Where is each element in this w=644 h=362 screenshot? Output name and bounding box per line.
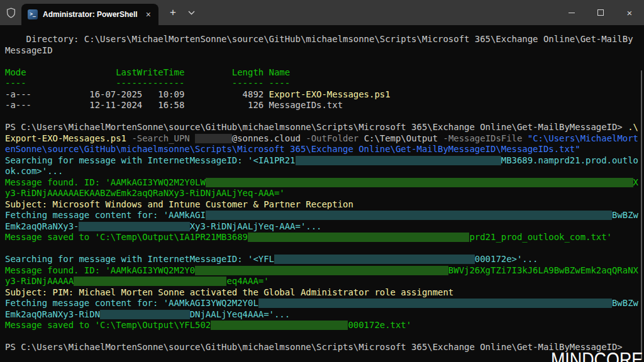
powershell-icon: >_ (28, 9, 38, 19)
terminal-line: -a--- 12-11-2024 16:58 126 MessageIDs.tx… (5, 100, 644, 111)
terminal-text: BWVj26XgTZi7I3kJ6LA9BwBZwEmk2aqQRaNX (448, 265, 638, 275)
terminal-text: Export-EXO-Messages.ps1 (269, 89, 391, 99)
minimize-icon (569, 13, 575, 13)
terminal-text: y3-RiDNjAAAAA (5, 276, 74, 286)
terminal-text: DNjAALjYeq4AAA='... (190, 309, 290, 319)
watermark: MINDCORE (551, 354, 643, 362)
terminal-text: Fetching message content for: 'AAMkAGI (5, 210, 206, 220)
terminal-line: enSonne\source\GitHub\michaelmsonne\Scri… (5, 144, 644, 155)
terminal-text: PS C:\Users\MichaelMortenSonne\source\Gi… (5, 122, 628, 132)
terminal-line: -a--- 16-07-2025 10:09 4892 Export-EXO-M… (5, 89, 644, 101)
terminal-line: Message found. ID: 'AAMkAGI3YWQ2M2Y0LWX (5, 177, 644, 189)
terminal-text: Mode LastWriteTime Length Name (5, 67, 290, 77)
terminal-line: PS C:\Users\MichaelMortenSonne\source\Gi… (5, 342, 644, 353)
terminal-text: -OutFolder (301, 133, 364, 143)
scrollbar[interactable] (641, 70, 642, 359)
close-icon: × (627, 8, 633, 18)
terminal-text: MessageIDs.txt (269, 100, 343, 110)
terminal-text: PS C:\Users\MichaelMortenSonne\source\Gi… (5, 342, 623, 352)
terminal-text: Fetching message content for: 'AAMkAGI3Y… (5, 298, 258, 308)
terminal-line: y3-RiDNjAAAAAAEKAABZwEmk2aqQRaNXy3-RiDNj… (5, 188, 644, 199)
terminal-text: X (633, 177, 638, 187)
terminal-line: Emk2aqQRaNXy3-Xy3-RiDNjAALjYeq-AAA='... (5, 221, 644, 233)
redaction (211, 321, 348, 330)
terminal-text: Searching for message with InternetMessa… (5, 155, 296, 165)
terminal-line: Message saved to 'C:\Temp\Output\YFL5020… (5, 320, 644, 331)
redaction (248, 233, 469, 242)
redaction (274, 255, 475, 264)
terminal-text: BwBZw (612, 210, 638, 220)
maximize-button[interactable] (586, 0, 615, 25)
redaction (206, 211, 612, 220)
admin-shield-icon (0, 0, 21, 25)
redaction (100, 310, 190, 319)
terminal-output: Directory: C:\Users\MichaelMortenSonne\s… (5, 34, 644, 353)
terminal-text: -a--- 12-11-2024 16:58 126 (5, 100, 269, 110)
terminal-text: "C:\Users\MichaelMort (528, 133, 638, 143)
terminal-line: Searching for message with InternetMessa… (5, 254, 644, 265)
terminal-line: Fetching message content for: 'AAMkAGIBw… (5, 210, 644, 221)
terminal-line: y3-RiDNjAAAAAeq4AAA=' (5, 276, 644, 287)
tab-title: Administrator: PowerShell (43, 10, 138, 19)
terminal-text: Xy3-RiDNjAALjYeq-AAA='... (190, 221, 322, 231)
redaction (258, 299, 612, 308)
terminal-text: @sonnes.cloud (232, 133, 301, 143)
terminal-line (5, 111, 644, 123)
redaction (195, 134, 232, 143)
chevron-down-icon (188, 11, 195, 15)
terminal-line: Message saved to 'C:\Temp\Output\IA1PR21… (5, 232, 644, 243)
terminal-text: -a--- 16-07-2025 10:09 4892 (5, 89, 269, 99)
terminal-text: Message saved to 'C:\Temp\Output\YFL502 (5, 320, 211, 330)
terminal-text: BwBZw (612, 298, 638, 308)
terminal-text: Searching for message with InternetMessa… (5, 254, 274, 264)
new-tab-button[interactable]: + (164, 0, 182, 25)
terminal-line: ok.com>'... (5, 166, 644, 177)
terminal-text: .\ (628, 122, 638, 132)
close-button[interactable]: × (615, 0, 644, 25)
terminal-text: -Search_UPN (126, 133, 195, 143)
terminal-text: Directory: C:\Users\MichaelMortenSonne\s… (5, 34, 633, 44)
terminal-line: Searching for message with InternetMessa… (5, 155, 644, 167)
terminal-text: Emk2aqQRaNXy3-RiDN (5, 309, 100, 319)
terminal-text: Emk2aqQRaNXy3- (5, 221, 79, 231)
terminal-line: Directory: C:\Users\MichaelMortenSonne\s… (5, 34, 644, 45)
terminal-line: Subject: PIM: Michael Morten Sonne activ… (5, 287, 644, 299)
maximize-icon (597, 9, 604, 16)
terminal-text: y3-RiDNjAAAAAAEKAABZwEmk2aqQRaNXy3-RiDNj… (5, 188, 285, 198)
tab-close-button[interactable]: × (143, 9, 153, 20)
terminal-text: Export-EXO-Messages.ps1 (5, 133, 126, 143)
terminal-line: MessageID (5, 45, 644, 57)
terminal-line (5, 243, 644, 255)
tab-dropdown-button[interactable] (182, 0, 201, 25)
terminal-text: ---- ------------- ------ ---- (5, 78, 290, 88)
terminal-line: ---- ------------- ------ ---- (5, 78, 644, 89)
redaction (74, 277, 226, 286)
terminal-line: PS C:\Users\MichaelMortenSonne\source\Gi… (5, 122, 644, 133)
terminal-text: MessageID (5, 45, 53, 55)
terminal-text: Subject: PIM: Michael Morten Sonne activ… (5, 287, 453, 297)
terminal-line: Subject: Microsoft Windows and Intune Cu… (5, 199, 644, 211)
redaction (195, 266, 448, 275)
terminal-text: Message found. ID: 'AAMkAGI3YWQ2M2Y0LW (5, 177, 206, 187)
tab-powershell[interactable]: >_ Administrator: PowerShell × (21, 4, 158, 25)
minimize-button[interactable] (557, 0, 586, 25)
terminal-line: Message found. ID: 'AAMkAGI3YWQ2M2Y0BWVj… (5, 265, 644, 277)
terminal-text: Message found. ID: 'AAMkAGI3YWQ2M2Y0 (5, 265, 195, 275)
terminal-text: prd21_prod_outlook_com.txt' (469, 232, 612, 242)
terminal-line: Export-EXO-Messages.ps1 -Search_UPN @son… (5, 133, 644, 145)
terminal-text: enSonne\source\GitHub\michaelmsonne\Scri… (5, 144, 580, 154)
titlebar: >_ Administrator: PowerShell × + × (0, 0, 644, 25)
redaction (79, 222, 189, 231)
redaction (206, 178, 633, 187)
terminal-text: C:\Temp\Output (364, 133, 438, 143)
terminal-text: ok.com>'... (5, 166, 63, 176)
redaction (296, 156, 501, 165)
terminal-line (5, 56, 644, 67)
terminal-text: eq4AAA=' (226, 276, 269, 286)
titlebar-drag-area (201, 0, 557, 25)
terminal-text: Subject: Microsoft Windows and Intune Cu… (5, 199, 353, 209)
terminal[interactable]: Directory: C:\Users\MichaelMortenSonne\s… (0, 25, 644, 362)
terminal-line: Mode LastWriteTime Length Name (5, 67, 644, 79)
terminal-text: 000172e>'... (475, 254, 538, 264)
terminal-line: Fetching message content for: 'AAMkAGI3Y… (5, 298, 644, 309)
